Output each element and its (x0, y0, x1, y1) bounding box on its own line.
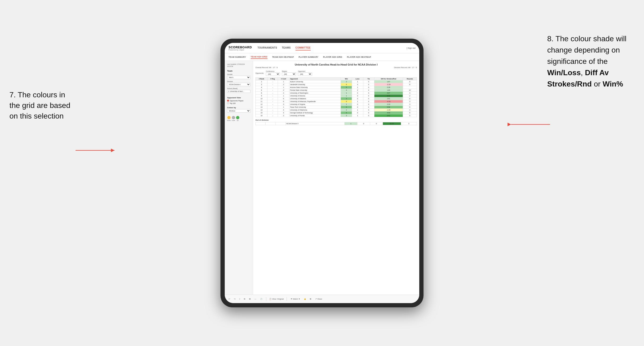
view-label[interactable]: View: Original (272, 298, 284, 300)
toolbar-share[interactable]: ↗ Share (314, 298, 323, 301)
sub-nav-player-h2h-heatmap[interactable]: PLAYER H2H HEATMAP (347, 55, 371, 59)
cell-diff: 2.28 (374, 86, 403, 89)
toolbar-watch[interactable]: 👁 Watch ▼ (290, 298, 301, 301)
cell-rounds: 8 (403, 83, 417, 86)
sub-nav-team-summary[interactable]: TEAM SUMMARY (228, 55, 246, 59)
colour-by-label: Colour by (227, 107, 250, 109)
sub-nav-team-h2h-grid[interactable]: TEAM H2H GRID (251, 55, 268, 59)
cell-rounds: 5 (403, 114, 417, 117)
toolbar-redo[interactable]: ↪ (233, 298, 236, 301)
ood-loss: 0 (357, 122, 370, 125)
cell-reg: - (268, 103, 278, 106)
cell-win: 2 (341, 109, 352, 112)
toolbar-grid-copy[interactable]: ⊞ (248, 298, 252, 301)
cell-tie: 0 (363, 95, 374, 97)
cell-rounds: 9 (403, 106, 417, 109)
arrow-right-icon (508, 120, 550, 129)
filter-row: Opponents: Conference (All) Region (All) (256, 70, 417, 76)
table-row: 11 - 6 University of Arkansas, Fayettevi… (256, 100, 417, 103)
conference-select[interactable]: (All) (266, 72, 280, 76)
legend-up: Up (236, 116, 240, 121)
cell-opponent: Auburn University (289, 80, 341, 83)
cell-win: 3 (341, 97, 352, 100)
cell-tie: 0 (363, 112, 374, 114)
cell-rounds: 3 (403, 103, 417, 106)
cell-loss: 0 (352, 92, 363, 95)
gender-select[interactable]: Men's (227, 76, 250, 79)
division-label: Division (227, 81, 250, 82)
toolbar-copy[interactable]: ⧉ (243, 298, 246, 301)
cell-opponent: Arizona State University (289, 86, 341, 89)
ood-reg (266, 122, 276, 125)
cell-tie: 0 (363, 106, 374, 109)
cell-conf: 1 (278, 86, 289, 89)
division-select[interactable]: NCAA Division I (227, 83, 250, 86)
cell-reg: - (268, 106, 278, 109)
cell-diff: 1.83 (374, 89, 403, 92)
toolbar-dash[interactable]: — (254, 298, 257, 301)
col-header-reg: # Reg (268, 78, 278, 80)
cell-tie: 0 (363, 97, 374, 100)
view-icon: 📋 (269, 298, 272, 300)
cell-rounds: 8 (403, 97, 417, 100)
table-row: 9 - 1 University of Arizona 1 0 0 9.00 2 (256, 95, 417, 97)
table-row: 13 - 1 Texas Tech University 3 0 0 5.56 … (256, 106, 417, 109)
nav-teams[interactable]: TEAMS (282, 45, 291, 50)
colour-by-select[interactable]: Win/loss (227, 109, 250, 113)
arrow-left-icon (76, 146, 118, 155)
out-of-division-title: Out of division (256, 119, 417, 121)
toolbar-undo[interactable]: ↩ (228, 298, 231, 301)
cell-rank: 11 (256, 100, 268, 103)
cell-win: 1 (341, 95, 352, 97)
cell-rounds: 9 (403, 112, 417, 114)
cell-loss: 0 (352, 97, 363, 100)
col-header-rank: # Rank (256, 78, 268, 80)
logo: SCOREBOARD Powered by clippd (228, 45, 252, 51)
cell-opponent: University of Alabama (289, 97, 341, 100)
cell-conf: 2 (278, 83, 289, 86)
cell-diff: 5.56 (374, 106, 403, 109)
cell-tie: 0 (363, 100, 374, 103)
cell-rank: 10 (256, 97, 268, 100)
sub-nav-player-summary[interactable]: PLAYER SUMMARY (299, 55, 318, 59)
cell-rank: 3 (256, 83, 268, 86)
cell-rank: 4 (256, 86, 268, 89)
cell-rounds: 3 (403, 109, 417, 112)
ood-diff: 26.00 (383, 122, 401, 125)
radio-opponents-played[interactable]: Opponents Played (227, 100, 250, 102)
cell-rank: 14 (256, 109, 268, 112)
cell-tie: 0 (363, 89, 374, 92)
cell-loss: 4 (352, 83, 363, 86)
cell-diff: -1.00 (374, 109, 403, 112)
nav-tournaments[interactable]: TOURNAMENTS (258, 45, 277, 50)
school-input[interactable] (227, 90, 250, 93)
radio-top100[interactable]: Top 100 (227, 102, 250, 104)
cell-loss: 1 (352, 109, 363, 112)
toolbar-grid2[interactable]: ⊞ (309, 298, 312, 301)
toolbar-thumbs[interactable]: 👍 (303, 298, 307, 301)
cell-conf: 1 (278, 80, 289, 83)
col-header-win: Win (341, 78, 352, 80)
cell-opponent: University of Oklahoma (289, 109, 341, 112)
cell-tie: 0 (363, 103, 374, 106)
cell-win: 5 (341, 112, 352, 114)
cell-loss: 0 (352, 106, 363, 109)
cell-opponent: Vanderbilt University (289, 83, 341, 86)
sign-out-link[interactable]: | Sign out (406, 47, 416, 49)
region-select[interactable]: (All) (282, 72, 296, 76)
table-row: 10 - 5 University of Alabama 3 0 0 2.61 … (256, 97, 417, 100)
ood-label: NCAA Division II (286, 122, 344, 125)
cell-win: 0 (341, 83, 352, 86)
opponent-select[interactable]: (All) (298, 72, 312, 76)
sub-nav-team-h2h-heatmap[interactable]: TEAM H2H HEATMAP (272, 55, 294, 59)
sub-nav-player-h2h-grid[interactable]: PLAYER H2H GRID (323, 55, 342, 59)
toolbar-clock[interactable]: 🕐 (259, 298, 263, 301)
toolbar-forward[interactable]: ⟩ (238, 298, 241, 301)
cell-opponent: University of Virginia (289, 103, 341, 106)
cell-loss: 2 (352, 89, 363, 92)
out-of-division-row: NCAA Division II 1 0 0 26.00 3 (256, 122, 417, 125)
nav-committee[interactable]: COMMITTEE (296, 45, 311, 50)
opponents-label: Opponents: (256, 72, 264, 74)
data-table: # Rank # Reg # Conf Opponent Win Loss Ti… (256, 77, 417, 117)
opponent-view-title: Opponent View (227, 97, 250, 99)
